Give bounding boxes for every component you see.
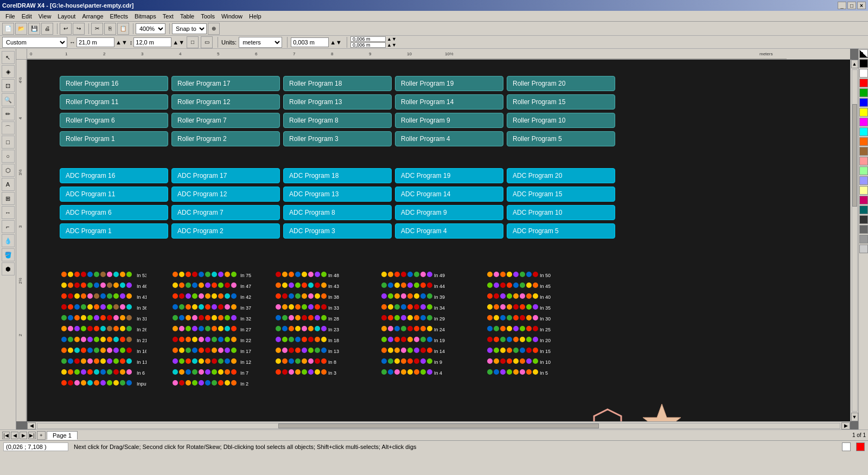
- roller-btn-19[interactable]: Roller Program 19: [395, 76, 503, 91]
- dimension-tool[interactable]: ↔: [2, 206, 15, 219]
- menu-table[interactable]: Table: [177, 12, 197, 21]
- shape-tool[interactable]: ◈: [2, 65, 15, 78]
- nudge1-input[interactable]: [291, 37, 329, 47]
- interactive-tool[interactable]: ⬢: [2, 262, 15, 275]
- dropper-tool[interactable]: 💧: [2, 234, 15, 247]
- palette-green[interactable]: [859, 88, 868, 97]
- palette-no-fill[interactable]: [859, 49, 868, 58]
- palette-pink[interactable]: [859, 196, 868, 204]
- adc-btn-4[interactable]: ADC Program 4: [395, 223, 503, 239]
- palette-lightblue[interactable]: [859, 176, 868, 185]
- roller-btn-6[interactable]: Roller Program 6: [60, 113, 168, 128]
- ellipse-tool[interactable]: ○: [2, 150, 15, 163]
- roller-btn-7[interactable]: Roller Program 7: [171, 113, 280, 128]
- palette-yellow[interactable]: [859, 108, 868, 117]
- redo-btn[interactable]: ↪: [73, 23, 85, 35]
- adc-btn-17[interactable]: ADC Program 17: [171, 168, 280, 183]
- palette-gray[interactable]: [859, 225, 868, 234]
- scrollbar-vertical[interactable]: ▲ ▼: [850, 60, 858, 421]
- palette-magenta[interactable]: [859, 118, 868, 126]
- palette-lightgray[interactable]: [859, 245, 868, 253]
- preset-dropdown[interactable]: Custom: [2, 37, 67, 48]
- adc-btn-11[interactable]: ADC Program 11: [60, 187, 168, 202]
- menu-text[interactable]: Text: [159, 12, 177, 21]
- palette-blue[interactable]: [859, 98, 868, 107]
- width-input[interactable]: 21,0 m: [76, 37, 114, 47]
- adc-btn-19[interactable]: ADC Program 19: [395, 168, 503, 183]
- save-btn[interactable]: 💾: [28, 23, 40, 35]
- palette-black[interactable]: [859, 59, 868, 68]
- adc-btn-2[interactable]: ADC Program 2: [171, 223, 280, 239]
- menu-window[interactable]: Window: [218, 12, 246, 21]
- roller-btn-8[interactable]: Roller Program 8: [283, 113, 392, 128]
- fill-color-indicator[interactable]: [842, 442, 851, 451]
- menu-edit[interactable]: Edit: [18, 12, 35, 21]
- open-btn[interactable]: 📂: [15, 23, 27, 35]
- print-btn[interactable]: 🖨: [41, 23, 53, 35]
- page-prev-btn[interactable]: ◀: [11, 432, 18, 439]
- adc-btn-14[interactable]: ADC Program 14: [395, 187, 503, 202]
- adc-btn-12[interactable]: ADC Program 12: [171, 187, 280, 202]
- hexagon-shape[interactable]: [591, 407, 624, 421]
- scroll-thumb-v[interactable]: [852, 104, 857, 207]
- roller-btn-18[interactable]: Roller Program 18: [283, 76, 392, 91]
- zoom-dropdown[interactable]: 400% 200% 100% 50%: [136, 23, 165, 34]
- roller-btn-17[interactable]: Roller Program 17: [171, 76, 280, 91]
- palette-darkgray[interactable]: [859, 215, 868, 224]
- page-first-btn[interactable]: |◀: [2, 432, 10, 439]
- roller-btn-15[interactable]: Roller Program 15: [507, 94, 615, 110]
- adc-btn-3[interactable]: ADC Program 3: [283, 223, 392, 239]
- adc-btn-15[interactable]: ADC Program 15: [507, 187, 615, 202]
- scroll-right-btn[interactable]: ▶: [841, 422, 850, 429]
- palette-teal[interactable]: [859, 206, 868, 214]
- scrollbar-horizontal[interactable]: ◀ ▶: [27, 421, 850, 429]
- undo-btn[interactable]: ↩: [60, 23, 72, 35]
- page-last-btn[interactable]: ▶|: [28, 432, 36, 439]
- palette-lightred[interactable]: [859, 157, 868, 165]
- snap-icon[interactable]: ⊕: [208, 23, 220, 35]
- units-dropdown[interactable]: meters: [239, 37, 282, 48]
- adc-btn-10[interactable]: ADC Program 10: [507, 205, 615, 220]
- table-tool[interactable]: ⊞: [2, 192, 15, 205]
- close-btn[interactable]: ×: [857, 2, 866, 9]
- page-tab-1[interactable]: Page 1: [47, 431, 78, 440]
- paste-btn[interactable]: 📋: [117, 23, 129, 35]
- palette-white[interactable]: [859, 69, 868, 78]
- adc-btn-18[interactable]: ADC Program 18: [283, 168, 392, 183]
- portrait-btn[interactable]: □: [187, 36, 199, 48]
- roller-btn-1[interactable]: Roller Program 1: [60, 131, 168, 146]
- roller-btn-2[interactable]: Roller Program 2: [171, 131, 280, 146]
- copy-btn[interactable]: ⎘: [104, 23, 116, 35]
- scroll-down-btn[interactable]: ▼: [851, 413, 858, 421]
- star-shape[interactable]: [640, 401, 684, 421]
- height-input[interactable]: 12,0 m: [133, 37, 171, 47]
- menu-effects[interactable]: Effects: [107, 12, 131, 21]
- menu-view[interactable]: View: [35, 12, 55, 21]
- roller-btn-10[interactable]: Roller Program 10: [507, 113, 615, 128]
- menu-bitmaps[interactable]: Bitmaps: [131, 12, 159, 21]
- menu-layout[interactable]: Layout: [54, 12, 79, 21]
- maximize-btn[interactable]: □: [847, 2, 856, 9]
- adc-btn-16[interactable]: ADC Program 16: [60, 168, 168, 183]
- roller-btn-16[interactable]: Roller Program 16: [60, 76, 168, 91]
- new-btn[interactable]: 📄: [2, 23, 14, 35]
- palette-red[interactable]: [859, 79, 868, 87]
- zoom-tool[interactable]: 🔍: [2, 93, 15, 106]
- roller-btn-5[interactable]: Roller Program 5: [507, 131, 615, 146]
- adc-btn-9[interactable]: ADC Program 9: [395, 205, 503, 220]
- menu-help[interactable]: Help: [246, 12, 265, 21]
- snapto-dropdown[interactable]: Snap to: [172, 23, 207, 34]
- add-page-btn[interactable]: +: [37, 431, 46, 440]
- adc-btn-6[interactable]: ADC Program 6: [60, 205, 168, 220]
- adc-btn-7[interactable]: ADC Program 7: [171, 205, 280, 220]
- roller-btn-12[interactable]: Roller Program 12: [171, 94, 280, 110]
- roller-btn-20[interactable]: Roller Program 20: [507, 76, 615, 91]
- roller-btn-13[interactable]: Roller Program 13: [283, 94, 392, 110]
- adc-btn-13[interactable]: ADC Program 13: [283, 187, 392, 202]
- roller-btn-4[interactable]: Roller Program 4: [395, 131, 503, 146]
- rect-tool[interactable]: □: [2, 136, 15, 149]
- adc-btn-5[interactable]: ADC Program 5: [507, 223, 615, 239]
- palette-medgray[interactable]: [859, 235, 868, 243]
- palette-lightyellow[interactable]: [859, 186, 868, 195]
- select-tool[interactable]: ↖: [2, 51, 15, 64]
